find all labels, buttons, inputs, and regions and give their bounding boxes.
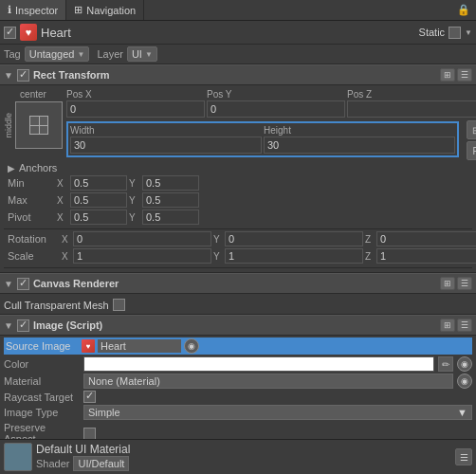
rt-buttons: ⊟ R [467,120,476,160]
footer-shader-row: Shader UI/Default [36,456,451,471]
canvas-collapse-arrow[interactable]: ▼ [4,279,13,289]
image-type-row: Image Type Simple ▼ [4,405,472,420]
tag-label: Tag [4,48,21,60]
scale-y-input[interactable] [225,248,363,264]
pivot-x-input[interactable] [70,210,127,225]
pos-x-input[interactable] [66,100,205,118]
static-label: Static [419,27,446,38]
footer-menu-btn[interactable]: ☰ [455,448,472,465]
rotation-y-input[interactable] [225,231,363,246]
rot-scale-section: Rotation X Y Z Scale X Y Z [4,229,472,268]
material-select-btn[interactable]: ◉ [457,374,472,389]
pos-z-input[interactable] [347,100,476,118]
height-field: Height [264,125,455,154]
center-label: center [20,89,46,100]
rect-grid-icon[interactable]: ⊞ [440,68,455,82]
canvas-enabled-checkbox[interactable] [17,278,29,290]
scale-y-label: Y [213,251,223,262]
tab-inspector-label: Inspector [15,5,58,16]
anchors-min-y-input[interactable] [142,175,199,191]
pos-y-input[interactable] [207,100,345,118]
image-collapse-arrow[interactable]: ▼ [4,320,13,331]
pos-y-label: Pos Y [207,89,345,100]
pos-z-field: Pos Z [347,89,476,118]
anchors-section: ▶ Anchors Min X Y Max X Y [4,160,472,229]
cull-checkbox[interactable] [113,299,125,311]
height-input[interactable] [264,137,455,154]
scale-label: Scale [8,250,60,262]
tab-navigation[interactable]: ⊞ Navigation [66,0,144,20]
rotation-z-input[interactable] [376,231,476,246]
rect-menu-icon[interactable]: ☰ [457,68,472,82]
layer-dropdown[interactable]: UI ▼ [127,46,157,62]
tab-bar: ℹ Inspector ⊞ Navigation 🔒 [0,0,476,21]
pivot-x-label: X [57,212,68,223]
material-thumb [4,443,32,471]
material-dropdown[interactable]: None (Material) [83,374,453,389]
middle-label: middle [4,113,13,138]
tab-inspector[interactable]: ℹ Inspector [0,0,66,20]
constrain-btn[interactable]: ⊟ [467,120,476,139]
lock-icon[interactable]: 🔒 [457,4,476,16]
scale-z-input[interactable] [376,248,476,264]
material-row: Material None (Material) ◉ [4,374,472,389]
footer-material-title: Default UI Material [36,443,451,456]
canvas-renderer-title: Canvas Renderer [33,278,119,289]
anchors-max-x-label: X [57,195,68,206]
pivot-row: Pivot X Y [8,210,468,225]
anchors-min-xy: X Y [57,175,468,191]
static-checkbox[interactable] [449,27,461,39]
source-image-label: Source Image [6,340,82,352]
layer-label: Layer [97,48,123,60]
width-input[interactable] [70,137,262,154]
tag-dropdown[interactable]: Untagged ▼ [25,46,90,62]
rect-transform-checkbox[interactable] [17,69,29,82]
anchors-collapse[interactable]: ▶ [8,163,15,173]
image-menu-icon[interactable]: ☰ [457,319,472,332]
source-select-btn[interactable]: ◉ [184,338,199,354]
preserve-aspect-checkbox[interactable] [83,428,96,440]
anchors-min-x-input[interactable] [70,175,127,191]
object-enabled-checkbox[interactable] [4,27,16,39]
canvas-grid-icon[interactable]: ⊞ [440,277,455,290]
material-value: None (Material) [88,375,160,387]
anchor-center-box [29,116,48,135]
footer: Default UI Material Shader UI/Default ☰ [0,439,476,474]
rotation-x-label: X [62,234,71,245]
inspector-icon: ℹ [8,4,11,16]
image-enabled-checkbox[interactable] [17,319,29,332]
raycast-checkbox[interactable] [83,391,96,403]
heart-icon: ♥ [26,27,32,38]
source-thumb-icon: ♥ [82,339,95,353]
color-pen-btn[interactable]: ✏ [438,356,453,372]
rotation-x-input[interactable] [73,231,211,246]
pivot-label: Pivot [8,211,55,223]
raycast-label: Raycast Target [4,392,80,403]
image-type-dropdown[interactable]: Simple ▼ [83,405,472,420]
image-grid-icon[interactable]: ⊞ [440,319,455,332]
color-row: Color ✏ ◉ [4,356,472,372]
image-script-title: Image (Script) [33,319,102,331]
canvas-renderer-header: ▼ Canvas Renderer ⊞ ☰ [0,273,476,294]
object-name[interactable]: Heart [41,26,415,40]
reset-btn[interactable]: R [467,141,476,160]
image-script-header: ▼ Image (Script) ⊞ ☰ [0,315,476,336]
rt-top-row: center middle Pos X [4,89,472,160]
scale-x-input[interactable] [73,248,211,264]
pivot-y-input[interactable] [142,210,199,225]
color-label: Color [4,358,80,370]
rotation-label: Rotation [8,233,60,245]
rect-collapse-arrow[interactable]: ▼ [4,70,13,81]
anchor-grid[interactable] [15,101,63,149]
source-value-box: ♥ Heart ◉ [82,338,470,354]
anchors-max-y-input[interactable] [142,192,199,208]
color-swatch[interactable] [83,356,434,372]
anchors-max-x-input[interactable] [70,192,127,208]
canvas-renderer-body: Cull Transparent Mesh [0,294,476,315]
shader-dropdown[interactable]: UI/Default [73,456,129,471]
canvas-menu-icon[interactable]: ☰ [457,277,472,290]
pos-x-field: Pos X [66,89,205,118]
color-select-btn[interactable]: ◉ [457,356,472,372]
rt-fields: Pos X Pos Y Pos Z [66,89,476,160]
static-dropdown-arrow[interactable]: ▼ [465,28,472,37]
